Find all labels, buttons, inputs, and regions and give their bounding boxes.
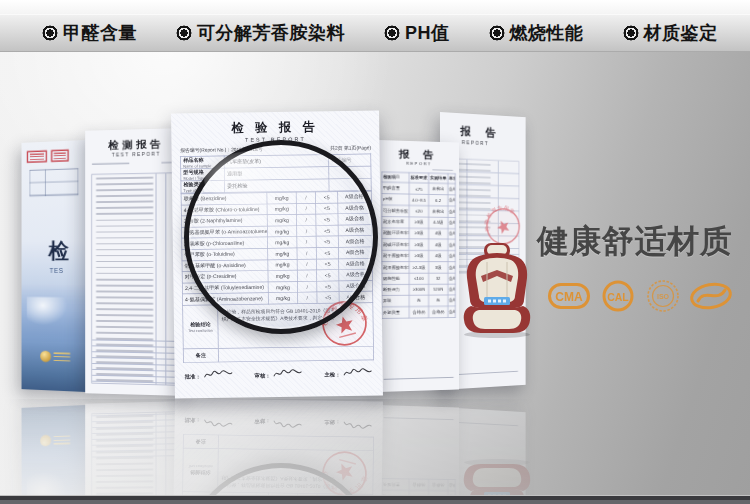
test-report-doc-4: 报 告 REPORT 检测项目 标准要求 实测结果 单项判定 bbox=[378, 140, 459, 392]
feature-label: 燃烧性能 bbox=[510, 21, 584, 45]
table-row: 耐湿摩擦色牢度 ≥2-3级 3级 合格 bbox=[382, 262, 455, 273]
doc2-table bbox=[91, 172, 182, 385]
magnifying-glass-icon bbox=[184, 140, 378, 334]
target-bullet-icon bbox=[42, 25, 58, 41]
certification-badges: CMA CAL ISO CNAS bbox=[547, 278, 749, 314]
iso-seal-icon: ISO bbox=[645, 278, 681, 314]
right-panel: 健康舒适材质 CMA CAL ISO CNAS bbox=[537, 220, 749, 314]
report-cover-doc: 检 TES bbox=[22, 140, 86, 392]
table-row: 耐干摩擦色牢度 ≥3级 4级 合格 bbox=[382, 250, 455, 261]
bottom-base-bar bbox=[0, 495, 750, 504]
doc4-subtitle: REPORT bbox=[382, 161, 456, 167]
gold-emblem-icon bbox=[40, 351, 51, 363]
signature: 主检： bbox=[324, 367, 372, 379]
target-bullet-icon bbox=[384, 25, 400, 41]
table-row: 耐水色牢度 ≥3级 4-5级 合格 bbox=[382, 216, 455, 228]
feature-item: 可分解芳香胺染料 bbox=[176, 21, 345, 45]
cover-title: 检 bbox=[48, 237, 86, 266]
handwritten-signature-icon bbox=[203, 369, 233, 381]
page-info: 共2页 第1页(Page) bbox=[330, 144, 371, 152]
target-bullet-icon bbox=[489, 25, 505, 41]
conclusion-label-eng: Test conclusion bbox=[188, 328, 213, 333]
cnas-badge-icon: CNAS bbox=[688, 281, 734, 311]
table-row: 耐酸汗渍色牢度 ≥3级 4级 合格 bbox=[382, 228, 455, 240]
feature-label: 可分解芳香胺染料 bbox=[197, 21, 345, 45]
target-bullet-icon bbox=[176, 25, 192, 41]
table-row: 耐碱汗渍色牢度 ≥3级 4级 合格 bbox=[382, 239, 455, 251]
seat-cover-image bbox=[457, 242, 537, 338]
feature-label: 甲醛含量 bbox=[63, 21, 137, 45]
red-stamp-icon bbox=[51, 149, 69, 162]
svg-text:CMA: CMA bbox=[555, 290, 583, 304]
svg-text:CAL: CAL bbox=[607, 291, 629, 303]
top-strip bbox=[0, 0, 750, 14]
table-row: 可分解芳香胺 ≤20 未检出 合格 bbox=[382, 205, 455, 217]
handwritten-signature-icon bbox=[343, 367, 373, 379]
result-table: 检测项目 标准要求 实测结果 单项判定 甲醛含量 ≤75 未检出 bbox=[382, 172, 456, 319]
svg-text:ISO: ISO bbox=[657, 293, 670, 300]
table-row: 断裂强力 ≥300N 520N 合格 bbox=[382, 284, 455, 296]
feature-bar: 甲醛含量 可分解芳香胺染料 PH值 燃烧性能 材质鉴定 bbox=[0, 14, 750, 52]
cover-artwork bbox=[22, 284, 86, 392]
table-row: 异味 无 无 合格 bbox=[382, 295, 455, 307]
signature-row: 批准： 审核： bbox=[183, 367, 374, 381]
signature: 批准： bbox=[185, 369, 233, 381]
doc4-meta-line bbox=[384, 168, 453, 171]
feature-label: PH值 bbox=[405, 21, 450, 45]
red-stamp-icon bbox=[27, 150, 47, 163]
headline: 健康舒适材质 bbox=[537, 220, 749, 264]
feature-label: 材质鉴定 bbox=[644, 21, 718, 45]
feature-item: 甲醛含量 bbox=[42, 21, 137, 45]
emblem-text-lines bbox=[54, 352, 70, 361]
test-reports-display: 检 TES 检测报告 TEST REPORT 检 验 报 告 TEST REPO… bbox=[0, 52, 560, 398]
feature-item: 燃烧性能 bbox=[489, 21, 584, 45]
handwritten-signature-icon bbox=[273, 368, 303, 380]
table-row: 外观质量 合格品 合格品 合格 bbox=[382, 306, 455, 318]
feature-item: PH值 bbox=[384, 21, 450, 45]
feature-item: 材质鉴定 bbox=[623, 21, 718, 45]
doc3-title: 检 验 报 告 bbox=[180, 118, 371, 137]
cma-badge-icon: CMA bbox=[547, 281, 591, 311]
signature: 审核： bbox=[254, 368, 302, 380]
doc2-meta-line bbox=[92, 160, 181, 167]
cal-badge-icon: CAL bbox=[598, 279, 638, 313]
cover-info-table bbox=[29, 168, 78, 196]
cover-title-eng: TES bbox=[50, 267, 86, 274]
doc4-footer-lines bbox=[384, 373, 454, 382]
table-row: 燃烧性能 ≤100 32 合格 bbox=[382, 273, 455, 284]
promo-banner: 甲醛含量 可分解芳香胺染料 PH值 燃烧性能 材质鉴定 bbox=[0, 0, 750, 504]
target-bullet-icon bbox=[623, 25, 639, 41]
